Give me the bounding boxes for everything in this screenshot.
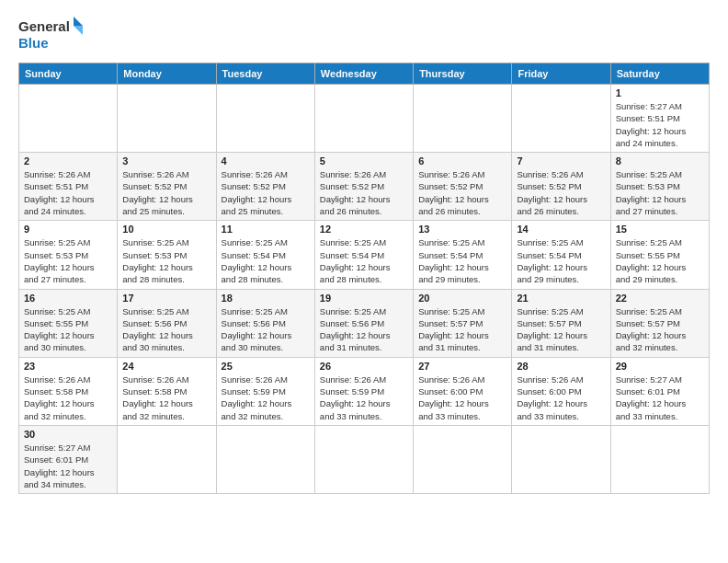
- weekday-saturday: Saturday: [610, 63, 709, 85]
- day-info: Sunrise: 5:25 AM Sunset: 5:53 PM Dayligh…: [24, 236, 112, 285]
- calendar-cell: 19Sunrise: 5:25 AM Sunset: 5:56 PM Dayli…: [314, 289, 413, 357]
- day-info: Sunrise: 5:25 AM Sunset: 5:54 PM Dayligh…: [418, 236, 506, 285]
- day-number: 11: [222, 224, 310, 235]
- day-number: 19: [320, 293, 408, 304]
- day-info: Sunrise: 5:25 AM Sunset: 5:54 PM Dayligh…: [222, 236, 310, 285]
- day-number: 22: [616, 293, 704, 304]
- day-number: 27: [418, 361, 506, 372]
- day-number: 29: [616, 361, 704, 372]
- calendar-cell: [314, 85, 413, 153]
- day-number: 26: [320, 361, 408, 372]
- week-row: 16Sunrise: 5:25 AM Sunset: 5:55 PM Dayli…: [19, 289, 710, 357]
- calendar-cell: 14Sunrise: 5:25 AM Sunset: 5:54 PM Dayli…: [512, 221, 610, 289]
- calendar-cell: [512, 425, 610, 493]
- day-number: 25: [222, 361, 310, 372]
- week-row: 30Sunrise: 5:27 AM Sunset: 6:01 PM Dayli…: [19, 425, 710, 493]
- day-info: Sunrise: 5:27 AM Sunset: 6:01 PM Dayligh…: [616, 373, 704, 422]
- calendar-cell: 6Sunrise: 5:26 AM Sunset: 5:52 PM Daylig…: [414, 153, 512, 221]
- weekday-wednesday: Wednesday: [314, 63, 413, 85]
- day-info: Sunrise: 5:26 AM Sunset: 5:58 PM Dayligh…: [122, 373, 210, 422]
- day-info: Sunrise: 5:25 AM Sunset: 5:56 PM Dayligh…: [122, 305, 210, 354]
- day-info: Sunrise: 5:25 AM Sunset: 5:55 PM Dayligh…: [616, 236, 704, 285]
- weekday-sunday: Sunday: [19, 63, 118, 85]
- calendar-cell: 22Sunrise: 5:25 AM Sunset: 5:57 PM Dayli…: [610, 289, 709, 357]
- calendar-cell: 17Sunrise: 5:25 AM Sunset: 5:56 PM Dayli…: [118, 289, 216, 357]
- calendar-page: General Blue SundayMondayTuesdayWednesda…: [0, 0, 728, 563]
- weekday-thursday: Thursday: [414, 63, 512, 85]
- calendar-cell: [610, 425, 709, 493]
- header: General Blue: [18, 17, 710, 53]
- calendar-table: SundayMondayTuesdayWednesdayThursdayFrid…: [18, 63, 710, 494]
- calendar-cell: 9Sunrise: 5:25 AM Sunset: 5:53 PM Daylig…: [19, 221, 118, 289]
- calendar-cell: 2Sunrise: 5:26 AM Sunset: 5:51 PM Daylig…: [19, 153, 118, 221]
- day-info: Sunrise: 5:25 AM Sunset: 5:53 PM Dayligh…: [616, 168, 704, 217]
- weekday-friday: Friday: [512, 63, 610, 85]
- day-info: Sunrise: 5:26 AM Sunset: 6:00 PM Dayligh…: [418, 373, 506, 422]
- day-info: Sunrise: 5:26 AM Sunset: 5:52 PM Dayligh…: [517, 168, 605, 217]
- day-number: 21: [517, 293, 605, 304]
- calendar-cell: 1Sunrise: 5:27 AM Sunset: 5:51 PM Daylig…: [610, 85, 709, 153]
- calendar-cell: 11Sunrise: 5:25 AM Sunset: 5:54 PM Dayli…: [216, 221, 314, 289]
- day-number: 9: [24, 224, 112, 235]
- day-number: 15: [616, 224, 704, 235]
- day-info: Sunrise: 5:27 AM Sunset: 5:51 PM Dayligh…: [616, 100, 704, 149]
- day-info: Sunrise: 5:26 AM Sunset: 5:51 PM Dayligh…: [24, 168, 112, 217]
- calendar-cell: 7Sunrise: 5:26 AM Sunset: 5:52 PM Daylig…: [512, 153, 610, 221]
- calendar-cell: 25Sunrise: 5:26 AM Sunset: 5:59 PM Dayli…: [216, 357, 314, 425]
- calendar-cell: 18Sunrise: 5:25 AM Sunset: 5:56 PM Dayli…: [216, 289, 314, 357]
- day-number: 23: [24, 361, 112, 372]
- day-number: 2: [24, 155, 112, 167]
- day-info: Sunrise: 5:25 AM Sunset: 5:57 PM Dayligh…: [418, 305, 506, 354]
- calendar-cell: 8Sunrise: 5:25 AM Sunset: 5:53 PM Daylig…: [610, 153, 709, 221]
- calendar-cell: 3Sunrise: 5:26 AM Sunset: 5:52 PM Daylig…: [118, 153, 216, 221]
- calendar-cell: 5Sunrise: 5:26 AM Sunset: 5:52 PM Daylig…: [314, 153, 413, 221]
- day-info: Sunrise: 5:25 AM Sunset: 5:56 PM Dayligh…: [222, 305, 310, 354]
- calendar-cell: [314, 425, 413, 493]
- day-number: 4: [222, 155, 310, 167]
- week-row: 23Sunrise: 5:26 AM Sunset: 5:58 PM Dayli…: [19, 357, 710, 425]
- calendar-cell: 10Sunrise: 5:25 AM Sunset: 5:53 PM Dayli…: [118, 221, 216, 289]
- calendar-cell: 12Sunrise: 5:25 AM Sunset: 5:54 PM Dayli…: [314, 221, 413, 289]
- calendar-cell: 16Sunrise: 5:25 AM Sunset: 5:55 PM Dayli…: [19, 289, 118, 357]
- day-number: 24: [122, 361, 210, 372]
- week-row: 1Sunrise: 5:27 AM Sunset: 5:51 PM Daylig…: [19, 85, 710, 153]
- svg-marker-2: [74, 17, 83, 26]
- day-info: Sunrise: 5:27 AM Sunset: 6:01 PM Dayligh…: [24, 442, 112, 490]
- svg-marker-3: [74, 26, 83, 35]
- calendar-cell: [216, 85, 314, 153]
- calendar-cell: 28Sunrise: 5:26 AM Sunset: 6:00 PM Dayli…: [512, 357, 610, 425]
- calendar-cell: [414, 85, 512, 153]
- calendar-cell: [414, 425, 512, 493]
- day-number: 17: [122, 293, 210, 304]
- calendar-cell: 15Sunrise: 5:25 AM Sunset: 5:55 PM Dayli…: [610, 221, 709, 289]
- day-info: Sunrise: 5:26 AM Sunset: 5:52 PM Dayligh…: [122, 168, 210, 217]
- day-info: Sunrise: 5:25 AM Sunset: 5:53 PM Dayligh…: [122, 236, 210, 285]
- day-info: Sunrise: 5:26 AM Sunset: 5:52 PM Dayligh…: [418, 168, 506, 217]
- day-info: Sunrise: 5:25 AM Sunset: 5:57 PM Dayligh…: [616, 305, 704, 354]
- weekday-monday: Monday: [118, 63, 216, 85]
- calendar-cell: 30Sunrise: 5:27 AM Sunset: 6:01 PM Dayli…: [19, 425, 118, 493]
- calendar-cell: 4Sunrise: 5:26 AM Sunset: 5:52 PM Daylig…: [216, 153, 314, 221]
- week-row: 9Sunrise: 5:25 AM Sunset: 5:53 PM Daylig…: [19, 221, 710, 289]
- calendar-cell: [118, 425, 216, 493]
- day-number: 1: [616, 87, 704, 98]
- day-number: 20: [418, 293, 506, 304]
- day-info: Sunrise: 5:25 AM Sunset: 5:54 PM Dayligh…: [517, 236, 605, 285]
- logo-icon: General Blue: [18, 17, 83, 53]
- calendar-cell: 24Sunrise: 5:26 AM Sunset: 5:58 PM Dayli…: [118, 357, 216, 425]
- day-info: Sunrise: 5:26 AM Sunset: 5:59 PM Dayligh…: [222, 373, 310, 422]
- day-number: 5: [320, 155, 408, 167]
- logo: General Blue: [18, 17, 83, 53]
- calendar-cell: 20Sunrise: 5:25 AM Sunset: 5:57 PM Dayli…: [414, 289, 512, 357]
- calendar-cell: [19, 85, 118, 153]
- calendar-cell: 29Sunrise: 5:27 AM Sunset: 6:01 PM Dayli…: [610, 357, 709, 425]
- day-number: 28: [517, 361, 605, 372]
- day-info: Sunrise: 5:25 AM Sunset: 5:54 PM Dayligh…: [320, 236, 408, 285]
- day-number: 18: [222, 293, 310, 304]
- svg-text:General: General: [18, 18, 70, 34]
- day-info: Sunrise: 5:25 AM Sunset: 5:57 PM Dayligh…: [517, 305, 605, 354]
- calendar-body: 1Sunrise: 5:27 AM Sunset: 5:51 PM Daylig…: [19, 85, 710, 494]
- day-number: 7: [517, 155, 605, 167]
- day-info: Sunrise: 5:25 AM Sunset: 5:56 PM Dayligh…: [320, 305, 408, 354]
- calendar-cell: [216, 425, 314, 493]
